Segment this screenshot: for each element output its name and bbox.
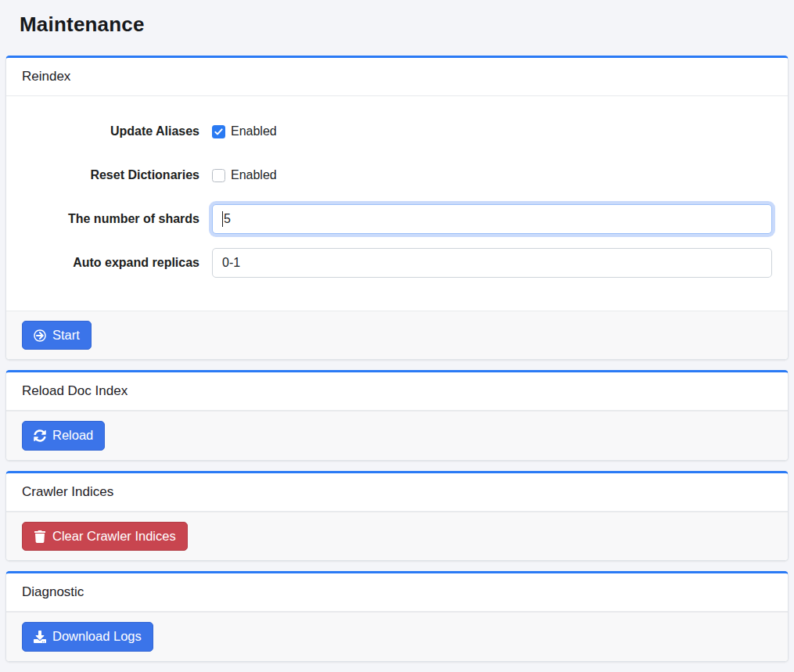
start-button[interactable]: Start <box>22 321 92 350</box>
reload-button-label: Reload <box>52 427 93 444</box>
number-of-shards-input[interactable]: 5 <box>212 204 772 234</box>
crawler-indices-card: Crawler Indices Clear Crawler Indices <box>5 471 789 561</box>
download-logs-button[interactable]: Download Logs <box>22 622 153 651</box>
auto-expand-replicas-label: Auto expand replicas <box>18 256 212 270</box>
reset-dictionaries-checkbox[interactable] <box>212 169 225 182</box>
reset-dictionaries-checkbox-label[interactable]: Enabled <box>231 168 277 182</box>
update-aliases-checkbox-label[interactable]: Enabled <box>231 124 277 138</box>
crawler-indices-card-header: Crawler Indices <box>6 473 788 512</box>
reset-dictionaries-label: Reset Dictionaries <box>18 168 212 182</box>
page-title: Maintenance <box>20 13 789 37</box>
update-aliases-checkbox[interactable] <box>212 125 225 138</box>
update-aliases-check-group: Enabled <box>212 124 772 138</box>
update-aliases-row: Update Aliases Enabled <box>18 117 772 146</box>
text-caret <box>222 211 223 227</box>
reload-doc-index-card: Reload Doc Index Reload <box>5 370 789 460</box>
auto-expand-replicas-value: 0-1 <box>222 256 240 270</box>
reset-dictionaries-row: Reset Dictionaries Enabled <box>18 160 772 190</box>
trash-icon <box>34 530 46 543</box>
reindex-card-footer: Start <box>6 311 788 359</box>
auto-expand-replicas-input[interactable]: 0-1 <box>212 248 772 278</box>
arrow-circle-right-icon <box>34 329 46 342</box>
reindex-card: Reindex Update Aliases Enabled Reset Dic… <box>5 56 789 360</box>
sync-icon <box>34 429 46 442</box>
download-icon <box>34 631 46 643</box>
diagnostic-card: Diagnostic Download Logs <box>5 571 789 661</box>
check-icon <box>214 128 223 136</box>
clear-crawler-indices-button[interactable]: Clear Crawler Indices <box>22 522 188 551</box>
reload-button[interactable]: Reload <box>22 421 105 450</box>
number-of-shards-row: The number of shards 5 <box>18 204 772 234</box>
reload-doc-index-card-footer: Reload <box>6 411 788 459</box>
reload-doc-index-card-header: Reload Doc Index <box>6 372 788 411</box>
auto-expand-replicas-row: Auto expand replicas 0-1 <box>18 248 772 278</box>
diagnostic-card-header: Diagnostic <box>6 573 788 612</box>
number-of-shards-label: The number of shards <box>18 212 212 226</box>
reset-dictionaries-check-group: Enabled <box>212 168 772 182</box>
download-logs-button-label: Download Logs <box>52 628 142 645</box>
update-aliases-label: Update Aliases <box>18 124 212 138</box>
reindex-card-header: Reindex <box>6 58 788 96</box>
crawler-indices-card-footer: Clear Crawler Indices <box>6 512 788 560</box>
number-of-shards-value: 5 <box>224 212 231 226</box>
diagnostic-card-footer: Download Logs <box>6 612 788 660</box>
clear-crawler-indices-button-label: Clear Crawler Indices <box>52 528 176 544</box>
reindex-card-body: Update Aliases Enabled Reset Dictionarie… <box>6 96 788 311</box>
start-button-label: Start <box>52 327 80 343</box>
